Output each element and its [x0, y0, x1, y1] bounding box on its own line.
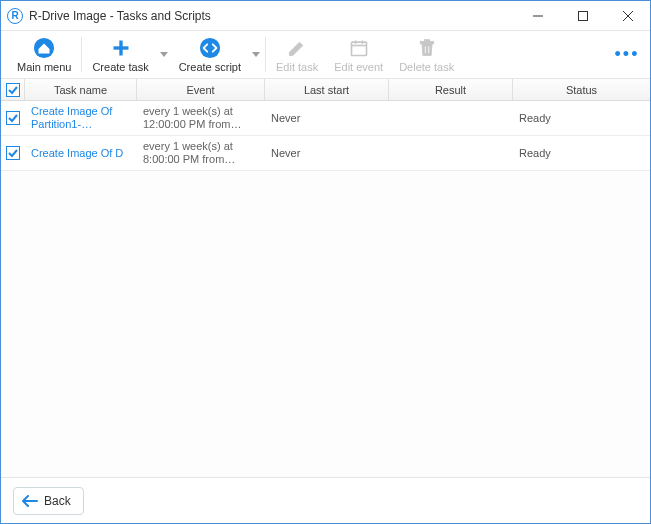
create-task-button[interactable]: Create task [84, 31, 156, 78]
edit-event-button: Edit event [326, 31, 391, 78]
create-task-label: Create task [92, 61, 148, 73]
last-start-text: Never [271, 147, 300, 159]
task-name-link[interactable]: Create Image Of Partition1-1,C,Partiti..… [31, 105, 131, 131]
main-menu-label: Main menu [17, 61, 71, 73]
table-row[interactable]: Create Image Of D every 1 week(s) at 8:0… [1, 136, 650, 171]
last-start-text: Never [271, 112, 300, 124]
create-task-group: Create task [84, 31, 170, 78]
trash-icon [417, 37, 437, 59]
edit-task-button: Edit task [268, 31, 326, 78]
status-text: Ready [519, 112, 551, 124]
delete-task-label: Delete task [399, 61, 454, 73]
create-task-dropdown[interactable] [157, 31, 171, 78]
create-script-label: Create script [179, 61, 241, 73]
more-icon: ••• [615, 44, 640, 65]
svg-rect-13 [424, 39, 429, 41]
svg-rect-8 [351, 42, 366, 55]
table-row[interactable]: Create Image Of Partition1-1,C,Partiti..… [1, 101, 650, 136]
svg-rect-1 [578, 11, 587, 20]
minimize-button[interactable] [515, 1, 560, 31]
event-text: every 1 week(s) at 12:00:00 PM from 9/30… [143, 105, 259, 131]
edit-event-label: Edit event [334, 61, 383, 73]
separator [265, 37, 266, 72]
header-result[interactable]: Result [389, 79, 513, 100]
pencil-icon [287, 37, 307, 59]
app-icon: R [7, 8, 23, 24]
back-label: Back [44, 494, 71, 508]
create-script-button[interactable]: Create script [171, 31, 249, 78]
calendar-icon [349, 37, 369, 59]
create-script-group: Create script [171, 31, 263, 78]
row-check-cell[interactable] [1, 136, 25, 170]
separator [81, 37, 82, 72]
event-text: every 1 week(s) at 8:00:00 PM from 9/28/… [143, 140, 259, 166]
header-event[interactable]: Event [137, 79, 265, 100]
more-button[interactable]: ••• [612, 31, 642, 78]
footer: Back [1, 477, 650, 523]
header-status[interactable]: Status [513, 79, 650, 100]
svg-rect-6 [113, 46, 128, 49]
maximize-button[interactable] [560, 1, 605, 31]
back-button[interactable]: Back [13, 487, 84, 515]
grid-header: Task name Event Last start Result Status [1, 79, 650, 101]
plus-icon [111, 37, 131, 59]
row-checkbox[interactable] [6, 146, 20, 160]
task-grid: Task name Event Last start Result Status… [1, 79, 650, 477]
row-checkbox[interactable] [6, 111, 20, 125]
home-icon [33, 37, 55, 59]
task-name-link[interactable]: Create Image Of D [31, 147, 123, 160]
edit-task-label: Edit task [276, 61, 318, 73]
delete-task-button: Delete task [391, 31, 462, 78]
header-checkbox[interactable] [6, 83, 20, 97]
header-task-name[interactable]: Task name [25, 79, 137, 100]
main-menu-button[interactable]: Main menu [9, 31, 79, 78]
titlebar: R R-Drive Image - Tasks and Scripts [1, 1, 650, 31]
window-title: R-Drive Image - Tasks and Scripts [29, 9, 515, 23]
code-icon [199, 37, 221, 59]
header-check-cell[interactable] [1, 79, 25, 100]
status-text: Ready [519, 147, 551, 159]
header-last-start[interactable]: Last start [265, 79, 389, 100]
create-script-dropdown[interactable] [249, 31, 263, 78]
toolbar-spacer [462, 31, 612, 78]
toolbar: Main menu Create task Create script Edi [1, 31, 650, 79]
close-button[interactable] [605, 1, 650, 31]
arrow-left-icon [22, 495, 38, 507]
grid-body: Create Image Of Partition1-1,C,Partiti..… [1, 101, 650, 477]
row-check-cell[interactable] [1, 101, 25, 135]
